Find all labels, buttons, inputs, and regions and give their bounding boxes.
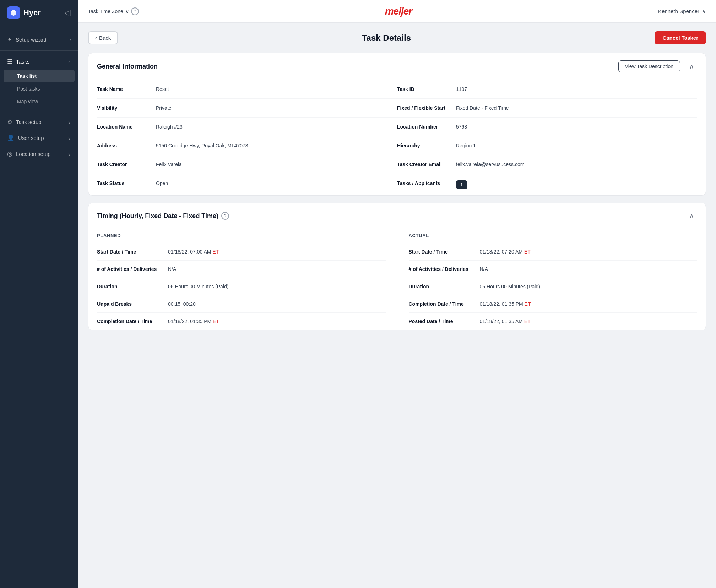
back-arrow-icon: ‹ <box>95 35 97 41</box>
setup-wizard-icon: ✦ <box>7 36 12 43</box>
info-row-address: Address 5150 Coolidge Hwy, Royal Oak, MI… <box>97 136 697 155</box>
task-setup-icon: ⚙ <box>7 118 12 126</box>
meijer-logo-text: meijer <box>385 6 412 17</box>
chevron-up-icon: ∧ <box>68 59 71 64</box>
info-cell-task-creator-email: Task Creator Email felix.valrela@servusu… <box>397 162 697 167</box>
back-button[interactable]: ‹ Back <box>88 31 118 44</box>
task-id-label: Task ID <box>397 86 450 92</box>
timezone-help-icon[interactable]: ? <box>131 7 139 15</box>
info-cell-tasks-applicants: Tasks / Applicants 1 <box>397 180 697 189</box>
sidebar-item-label: Map view <box>17 99 38 104</box>
info-row-task-status: Task Status Open Tasks / Applicants 1 <box>97 174 697 195</box>
sidebar-item-label: Tasks <box>16 59 64 65</box>
info-cell-task-status: Task Status Open <box>97 180 397 186</box>
timing-help-icon[interactable]: ? <box>221 212 229 220</box>
task-id-value: 1107 <box>456 86 467 92</box>
sidebar-item-label: Setup wizard <box>16 37 66 43</box>
info-cell-fixed-flexible: Fixed / Flexible Start Fixed Date - Fixe… <box>397 105 697 111</box>
planned-completion-value: 01/18/22, 01:35 PM ET <box>168 318 219 324</box>
actual-posted-row: Posted Date / Time 01/18/22, 01:35 AM ET <box>409 313 698 330</box>
timing-actual-col: ACTUAL Start Date / Time 01/18/22, 07:20… <box>397 229 698 330</box>
fixed-flexible-value: Fixed Date - Fixed Time <box>456 105 509 111</box>
location-name-label: Location Name <box>97 124 150 130</box>
general-info-card: General Information View Task Descriptio… <box>88 53 706 196</box>
timing-card: Timing (Hourly, Fixed Date - Fixed Time)… <box>88 203 706 330</box>
actual-duration-label: Duration <box>409 284 480 289</box>
page-header: ‹ Back Task Details Cancel Tasker <box>88 31 706 44</box>
info-cell-task-creator: Task Creator Felix Varela <box>97 162 397 167</box>
general-info-body: Task Name Reset Task ID 1107 Visibility … <box>88 80 706 195</box>
collapse-timing-button[interactable]: ∧ <box>686 210 697 222</box>
actual-posted-label: Posted Date / Time <box>409 318 480 324</box>
visibility-label: Visibility <box>97 105 150 111</box>
sidebar-item-label: Task setup <box>16 119 64 125</box>
sidebar-back-button[interactable]: ◁| <box>64 9 71 17</box>
task-creator-email-value: felix.valrela@servusucess.com <box>456 162 524 167</box>
general-info-header: General Information View Task Descriptio… <box>88 53 706 80</box>
user-menu[interactable]: Kenneth Spencer ∨ <box>658 8 706 15</box>
timezone-chevron-icon: ∨ <box>125 9 129 14</box>
sidebar-item-post-tasks[interactable]: Post tasks <box>0 82 78 95</box>
info-cell-address: Address 5150 Coolidge Hwy, Royal Oak, MI… <box>97 143 397 148</box>
hierarchy-label: Hierarchy <box>397 143 450 148</box>
location-setup-icon: ◎ <box>7 150 12 158</box>
planned-activities-label: # of Activities / Deliveries <box>97 266 168 272</box>
actual-start-value: 01/18/22, 07:20 AM ET <box>480 249 531 255</box>
info-cell-location-number: Location Number 5768 <box>397 124 697 130</box>
info-cell-location-name: Location Name Raleigh #23 <box>97 124 397 130</box>
page-title: Task Details <box>118 33 655 43</box>
planned-duration-row: Duration 06 Hours 00 Minutes (Paid) <box>97 278 386 295</box>
collapse-general-info-button[interactable]: ∧ <box>686 61 697 72</box>
task-status-value: Open <box>156 180 168 186</box>
tasks-applicants-badge: 1 <box>456 180 467 189</box>
timing-header: Timing (Hourly, Fixed Date - Fixed Time)… <box>88 203 706 229</box>
sidebar-item-task-list[interactable]: Task list <box>4 70 75 82</box>
location-number-label: Location Number <box>397 124 450 130</box>
fixed-flexible-label: Fixed / Flexible Start <box>397 105 450 111</box>
planned-start-label: Start Date / Time <box>97 249 168 255</box>
view-task-description-button[interactable]: View Task Description <box>618 60 680 72</box>
general-info-title: General Information <box>97 63 618 70</box>
tasks-applicants-label: Tasks / Applicants <box>397 180 450 189</box>
actual-activities-label: # of Activities / Deliveries <box>409 266 480 272</box>
actual-duration-value: 06 Hours 00 Minutes (Paid) <box>480 284 540 289</box>
info-row-visibility: Visibility Private Fixed / Flexible Star… <box>97 99 697 118</box>
cancel-tasker-button[interactable]: Cancel Tasker <box>655 31 706 44</box>
tasks-icon: ☰ <box>7 58 12 65</box>
app-name: Hyer <box>23 8 41 17</box>
task-name-value: Reset <box>156 86 169 92</box>
planned-completion-row: Completion Date / Time 01/18/22, 01:35 P… <box>97 313 386 330</box>
content-area: ‹ Back Task Details Cancel Tasker Genera… <box>78 23 716 588</box>
sidebar-item-location-setup[interactable]: ◎ Location setup ∨ <box>0 146 78 162</box>
topbar: Task Time Zone ∨ ? meijer Kenneth Spence… <box>78 0 716 23</box>
info-row-location-name: Location Name Raleigh #23 Location Numbe… <box>97 118 697 136</box>
planned-activities-value: N/A <box>168 266 176 272</box>
actual-completion-value: 01/18/22, 01:35 PM ET <box>480 301 531 307</box>
info-cell-visibility: Visibility Private <box>97 105 397 111</box>
chevron-down-icon: ∨ <box>68 136 71 141</box>
sidebar-item-setup-wizard[interactable]: ✦ Setup wizard › <box>0 32 78 48</box>
hierarchy-value: Region 1 <box>456 143 476 148</box>
info-row-task-creator: Task Creator Felix Varela Task Creator E… <box>97 155 697 174</box>
timezone-label: Task Time Zone <box>88 9 123 14</box>
sidebar-item-label: Task list <box>17 73 37 79</box>
chevron-right-icon: › <box>70 37 71 42</box>
sidebar-item-tasks[interactable]: ☰ Tasks ∧ <box>0 54 78 70</box>
timezone-selector[interactable]: Task Time Zone ∨ ? <box>88 7 139 15</box>
sidebar-item-label: Post tasks <box>17 86 40 92</box>
sidebar-item-map-view[interactable]: Map view <box>0 95 78 108</box>
sidebar-item-task-setup[interactable]: ⚙ Task setup ∨ <box>0 114 78 130</box>
info-cell-task-name: Task Name Reset <box>97 86 397 92</box>
timing-title: Timing (Hourly, Fixed Date - Fixed Time)… <box>97 212 686 220</box>
info-cell-hierarchy: Hierarchy Region 1 <box>397 143 697 148</box>
sidebar-nav: ✦ Setup wizard › ☰ Tasks ∧ Task list Pos… <box>0 26 78 588</box>
task-status-label: Task Status <box>97 180 150 186</box>
task-creator-label: Task Creator <box>97 162 150 167</box>
timing-title-text: Timing (Hourly, Fixed Date - Fixed Time) <box>97 212 218 220</box>
planned-unpaid-breaks-row: Unpaid Breaks 00:15, 00:20 <box>97 295 386 313</box>
location-number-value: 5768 <box>456 124 467 130</box>
visibility-value: Private <box>156 105 172 111</box>
brand-logo: meijer <box>143 6 654 17</box>
task-creator-value: Felix Varela <box>156 162 182 167</box>
sidebar-item-user-setup[interactable]: 👤 User setup ∨ <box>0 130 78 146</box>
